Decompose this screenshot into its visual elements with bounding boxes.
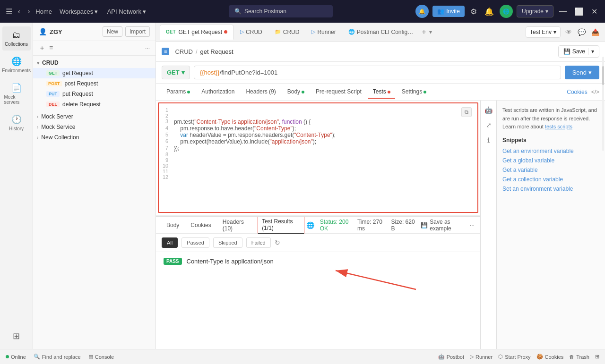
runner-icon: ▷: [240, 29, 244, 35]
filter-passed-button[interactable]: Passed: [182, 237, 209, 248]
user-avatar[interactable]: 🌐: [500, 5, 513, 18]
tab-tests[interactable]: Tests: [368, 85, 395, 99]
cookies-button[interactable]: 🍪 Cookies: [536, 354, 564, 360]
filter-skipped-button[interactable]: Skipped: [213, 237, 242, 248]
tree-item-put-request[interactable]: PUT put Request: [33, 89, 156, 99]
trash-button[interactable]: 🗑 Trash: [569, 354, 589, 360]
snippet-get-global[interactable]: Get a global variable: [502, 156, 599, 165]
resp-tab-test-results[interactable]: Test Results (1/1): [258, 217, 304, 234]
code-view-icon[interactable]: </>: [591, 89, 599, 95]
notification-icon[interactable]: 🔔: [483, 5, 496, 18]
send-button[interactable]: Send ▾: [565, 66, 599, 79]
comment-icon[interactable]: 💬: [576, 26, 588, 38]
snippet-set-env[interactable]: Set an environment variable: [502, 184, 599, 194]
filter-failed-button[interactable]: Failed: [246, 237, 271, 248]
tab-body[interactable]: Body: [283, 85, 309, 99]
minimize-icon[interactable]: —: [557, 5, 569, 17]
more-options-icon[interactable]: ···: [470, 222, 475, 229]
save-dropdown-icon[interactable]: ▾: [588, 48, 594, 55]
code-editor[interactable]: ⧉ 1 2 3pm.test("Content-Type is applicat…: [158, 102, 478, 213]
home-link[interactable]: Home: [35, 8, 52, 15]
tab-crud-1[interactable]: ▷ CRUD: [234, 25, 268, 39]
ai-icon[interactable]: 🤖: [483, 104, 494, 116]
tree-item-delete-request[interactable]: DEL delete Request: [33, 99, 156, 110]
resp-tab-cookies[interactable]: Cookies: [186, 219, 216, 231]
tree-item-post-request[interactable]: POST post Request: [33, 78, 156, 89]
url-input[interactable]: {{host}}/findPutOne?id=1001: [194, 66, 561, 79]
api-network-link[interactable]: API Network ▾: [107, 8, 146, 15]
method-select[interactable]: GET ▾: [162, 66, 190, 79]
resp-tab-body[interactable]: Body: [162, 219, 184, 231]
sort-icon[interactable]: ≡: [49, 44, 53, 52]
add-collection-icon[interactable]: ＋: [39, 44, 45, 52]
upgrade-button[interactable]: Upgrade ▾: [517, 5, 553, 17]
tab-get-request[interactable]: GET GET get Request: [160, 25, 233, 40]
new-button[interactable]: New: [103, 26, 122, 37]
pass-badge: PASS: [164, 258, 182, 265]
copy-button[interactable]: ⧉: [461, 107, 472, 117]
filter-all-button[interactable]: All: [162, 237, 178, 248]
postbot-button[interactable]: 🤖 Postbot: [438, 354, 464, 360]
tree-collection-crud[interactable]: ▾ CRUD: [33, 58, 156, 68]
runner-button[interactable]: ▷ Runner: [470, 354, 493, 360]
close-icon[interactable]: ✕: [589, 5, 599, 18]
code-line-7: 7});: [159, 145, 477, 152]
code-line-8: 8: [159, 152, 477, 157]
sidebar-item-history[interactable]: 🕐 History: [2, 110, 31, 135]
tab-headers[interactable]: Headers (9): [241, 85, 280, 99]
tab-settings[interactable]: Settings: [397, 85, 431, 99]
tree-section-mock-service[interactable]: › Mock Service: [33, 122, 156, 132]
find-replace-button[interactable]: 🔍 Find and replace: [34, 354, 81, 360]
right-side: 🤖 ⤢ ℹ Test scripts are written in JavaSc…: [480, 101, 605, 349]
tests-scripts-link[interactable]: tests scripts: [545, 124, 572, 129]
tab-postman-cli[interactable]: 🌐 Postman CLI Config…: [343, 25, 419, 39]
tabs-overflow-button[interactable]: ▾: [429, 29, 432, 35]
maximize-icon[interactable]: ⬜: [572, 5, 586, 18]
forward-arrow-icon[interactable]: ›: [26, 6, 32, 17]
svg-line-1: [336, 271, 416, 289]
code-line-11: 11: [159, 169, 477, 174]
tree-section-new-collection[interactable]: › New Collection: [33, 132, 156, 143]
search-input[interactable]: 🔍 Search Postman: [229, 5, 333, 17]
layout-icon[interactable]: ⊞: [595, 354, 599, 360]
tab-params[interactable]: Params: [162, 85, 195, 99]
sidebar-item-environments[interactable]: 🌐 Environments: [2, 52, 31, 77]
refresh-icon[interactable]: ↻: [275, 239, 280, 246]
snippet-get-collection[interactable]: Get a collection variable: [502, 175, 599, 184]
info-icon[interactable]: ℹ: [485, 135, 492, 146]
settings-icon[interactable]: ⚙: [468, 5, 479, 18]
tab-pre-request[interactable]: Pre-request Script: [311, 85, 366, 99]
tab-runner[interactable]: ▷ Runner: [306, 25, 341, 39]
save-as-example-button[interactable]: 💾 Save as example: [421, 219, 464, 232]
sidebar-item-mock-servers[interactable]: 📄 Mock servers: [2, 79, 31, 109]
hamburger-icon[interactable]: ☰: [6, 7, 12, 16]
test-filter-bar: All Passed Skipped Failed ↻: [156, 234, 480, 252]
back-arrow-icon[interactable]: ‹: [16, 6, 22, 17]
save-button[interactable]: 💾 Save ▾: [558, 45, 599, 58]
expand-icon[interactable]: ⤢: [484, 119, 493, 131]
code-line-10: 10: [159, 163, 477, 169]
sidebar-item-monitor[interactable]: ⊞: [2, 327, 31, 345]
share-icon[interactable]: 📤: [589, 26, 601, 38]
tree-item-get-request[interactable]: GET get Request: [33, 68, 156, 78]
workspaces-link[interactable]: Workspaces ▾: [60, 8, 98, 15]
tab-authorization[interactable]: Authorization: [197, 85, 239, 99]
resp-tab-headers[interactable]: Headers (10): [218, 217, 256, 235]
console-button[interactable]: ▤ Console: [88, 354, 114, 360]
invite-button[interactable]: 👥 Invite: [432, 6, 465, 17]
tree-arrow-icon: ›: [37, 114, 38, 119]
environment-select[interactable]: Test Env ▾: [526, 26, 561, 38]
start-proxy-button[interactable]: ⬡ Start Proxy: [498, 354, 530, 360]
sidebar-item-collections[interactable]: 🗂 Collections: [2, 26, 31, 51]
online-status[interactable]: Online: [6, 354, 26, 360]
tree-section-mock-server[interactable]: › Mock Server: [33, 111, 156, 122]
snippet-get-env[interactable]: Get an environment variable: [502, 146, 599, 156]
cookies-link[interactable]: Cookies: [567, 89, 587, 95]
runner-icon: ▷: [470, 354, 474, 360]
snippet-get-variable[interactable]: Get a variable: [502, 165, 599, 175]
import-button[interactable]: Import: [125, 26, 150, 37]
tab-crud-2[interactable]: 📁 CRUD: [269, 25, 305, 39]
add-tab-button[interactable]: +: [420, 26, 428, 38]
more-options-icon[interactable]: ···: [145, 45, 150, 51]
eye-icon[interactable]: 👁: [563, 26, 574, 38]
